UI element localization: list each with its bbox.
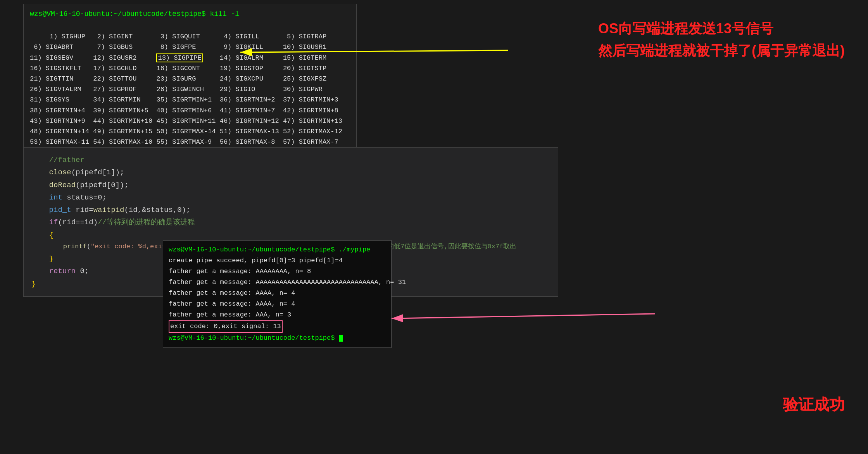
code-line-5: pid_t rid=waitpid(id,&status,0);: [31, 204, 550, 216]
signal-row-9: 43) SIGRTMIN+9 44) SIGRTMIN+10 45) SIGRT…: [30, 117, 342, 125]
overlay-line-6: father get a message: AAA, n= 3: [169, 310, 386, 320]
overlay-prompt-1: wzs@VM-16-10-ubuntu:~/ubuntucode/testpip…: [169, 244, 386, 255]
signal-row-2: 6) SIGABRT 7) SIGBUS 8) SIGFPE 9) SIGKIL…: [30, 43, 326, 51]
signal-row-8: 38) SIGRTMIN+4 39) SIGRTMIN+5 40) SIGRTM…: [30, 107, 338, 114]
cursor2: [339, 335, 343, 342]
overlay-prompt-2: wzs@VM-16-10-ubuntu:~/ubuntucode/testpip…: [169, 333, 386, 344]
signal-row-3: 11) SIGSEGV 12) SIGUSR2 13) SIGPIPE 14) …: [30, 53, 326, 62]
terminal-overlay: wzs@VM-16-10-ubuntu:~/ubuntucode/testpip…: [163, 240, 392, 348]
signal-row-11: 53) SIGRTMAX-11 54) SIGRTMAX-10 55) SIGR…: [30, 138, 338, 146]
overlay-line-3: father get a message: AAAAAAAAAAAAAAAAAA…: [169, 277, 386, 288]
signal-row-1: 1) SIGHUP 2) SIGINT 3) SIGQUIT 4) SIGILL…: [46, 33, 326, 40]
signal-row-4: 16) SIGSTKFLT 17) SIGCHLD 18) SIGCONT 19…: [30, 65, 326, 72]
signal-row-7: 31) SIGSYS 34) SIGRTMIN 35) SIGRTMIN+1 3…: [30, 96, 338, 103]
overlay-line-2: father get a message: AAAAAAAA, n= 8: [169, 266, 386, 277]
top-prompt: wzs@VM-16-10-ubuntu:~/ubuntucode/testpip…: [30, 9, 350, 19]
code-line-3: doRead(pipefd[0]);: [31, 179, 550, 191]
code-line-1: //father: [31, 154, 550, 166]
code-line-2: close(pipefd[1]);: [31, 166, 550, 179]
annotation-top: OS向写端进程发送13号信号 然后写端进程就被干掉了(属于异常退出): [598, 19, 845, 60]
signal-row-6: 26) SIGVTALRM 27) SIGPROF 28) SIGWINCH 2…: [30, 86, 323, 93]
signal-row-5: 21) SIGTTIN 22) SIGTTOU 23) SIGURG 24) S…: [30, 75, 326, 83]
signal-row-10: 48) SIGRTMIN+14 49) SIGRTMIN+15 50) SIGR…: [30, 128, 342, 135]
code-line-7: {: [31, 229, 550, 241]
code-line-6: if(rid==id)//等待到的进程的确是该进程: [31, 216, 550, 229]
verify-text: 验证成功: [783, 394, 845, 415]
annotation-bottom: 验证成功: [783, 394, 845, 415]
overlay-line-1: create pipe succeed, pipefd[0]=3 pipefd[…: [169, 255, 386, 266]
overlay-line-5: father get a message: AAAA, n= 4: [169, 299, 386, 310]
code-line-4: int status=0;: [31, 191, 550, 204]
annotation-line1: OS向写端进程发送13号信号: [598, 19, 845, 38]
overlay-exit: exit code: 0,exit signal: 13: [169, 320, 386, 333]
sigpipe-highlight: 13) SIGPIPE: [156, 53, 203, 62]
overlay-line-4: father get a message: AAAA, n= 4: [169, 288, 386, 299]
verify-arrow: [392, 314, 655, 318]
exit-highlight: exit code: 0,exit signal: 13: [169, 320, 283, 333]
annotation-line2: 然后写端进程就被干掉了(属于异常退出): [598, 41, 845, 60]
